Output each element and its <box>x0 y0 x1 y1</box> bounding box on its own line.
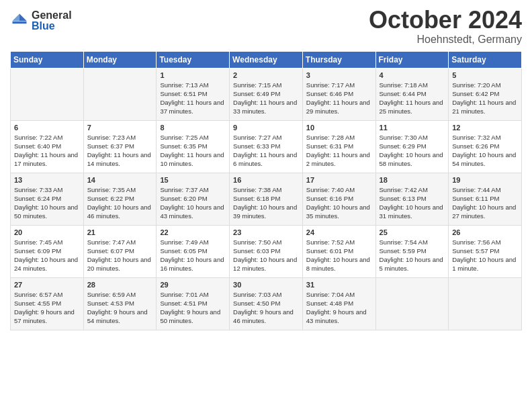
calendar-week-2: 6Sunrise: 7:22 AM Sunset: 6:40 PM Daylig… <box>11 120 522 173</box>
calendar-cell: 3Sunrise: 7:17 AM Sunset: 6:46 PM Daylig… <box>302 68 375 120</box>
day-number: 15 <box>160 176 226 184</box>
day-number: 28 <box>87 281 153 289</box>
svg-marker-1 <box>13 14 20 21</box>
day-number: 21 <box>87 228 153 236</box>
calendar-cell: 28Sunrise: 6:59 AM Sunset: 4:53 PM Dayli… <box>83 277 157 330</box>
calendar-cell: 26Sunrise: 7:56 AM Sunset: 5:57 PM Dayli… <box>449 225 522 277</box>
calendar-week-1: 1Sunrise: 7:13 AM Sunset: 6:51 PM Daylig… <box>11 68 522 120</box>
day-info: Sunrise: 7:03 AM Sunset: 4:50 PM Dayligh… <box>233 290 299 326</box>
calendar-cell: 29Sunrise: 7:01 AM Sunset: 4:51 PM Dayli… <box>157 277 230 330</box>
day-number: 3 <box>306 71 372 79</box>
day-info: Sunrise: 7:30 AM Sunset: 6:29 PM Dayligh… <box>380 133 445 169</box>
day-info: Sunrise: 7:04 AM Sunset: 4:48 PM Dayligh… <box>306 290 372 326</box>
day-info: Sunrise: 7:42 AM Sunset: 6:13 PM Dayligh… <box>380 185 445 221</box>
calendar-cell: 15Sunrise: 7:37 AM Sunset: 6:20 PM Dayli… <box>157 173 230 225</box>
calendar-cell: 5Sunrise: 7:20 AM Sunset: 6:42 PM Daylig… <box>449 68 522 120</box>
day-number: 11 <box>380 124 445 132</box>
day-info: Sunrise: 7:54 AM Sunset: 5:59 PM Dayligh… <box>380 238 445 273</box>
calendar-cell: 8Sunrise: 7:25 AM Sunset: 6:35 PM Daylig… <box>157 120 230 173</box>
day-info: Sunrise: 7:33 AM Sunset: 6:24 PM Dayligh… <box>14 185 80 221</box>
calendar-cell: 23Sunrise: 7:50 AM Sunset: 6:03 PM Dayli… <box>230 225 303 277</box>
day-info: Sunrise: 7:37 AM Sunset: 6:20 PM Dayligh… <box>160 185 226 221</box>
logo-general: General <box>32 10 72 21</box>
calendar-cell: 13Sunrise: 7:33 AM Sunset: 6:24 PM Dayli… <box>11 173 84 225</box>
calendar-cell: 22Sunrise: 7:49 AM Sunset: 6:05 PM Dayli… <box>157 225 230 277</box>
calendar-cell: 27Sunrise: 6:57 AM Sunset: 4:55 PM Dayli… <box>11 277 84 330</box>
day-info: Sunrise: 7:47 AM Sunset: 6:07 PM Dayligh… <box>87 238 153 273</box>
day-info: Sunrise: 7:01 AM Sunset: 4:51 PM Dayligh… <box>160 290 226 326</box>
calendar-cell: 2Sunrise: 7:15 AM Sunset: 6:49 PM Daylig… <box>230 68 303 120</box>
calendar-cell <box>83 68 157 120</box>
logo: General Blue <box>10 10 72 32</box>
header-monday: Monday <box>83 51 157 68</box>
calendar-body: 1Sunrise: 7:13 AM Sunset: 6:51 PM Daylig… <box>11 68 522 330</box>
day-number: 13 <box>14 176 80 184</box>
day-number: 20 <box>14 228 80 236</box>
header-tuesday: Tuesday <box>157 51 230 68</box>
header-thursday: Thursday <box>302 51 375 68</box>
day-info: Sunrise: 7:35 AM Sunset: 6:22 PM Dayligh… <box>87 185 153 221</box>
day-number: 27 <box>14 281 80 289</box>
header-friday: Friday <box>375 51 449 68</box>
day-number: 9 <box>233 124 299 132</box>
day-info: Sunrise: 7:45 AM Sunset: 6:09 PM Dayligh… <box>14 238 80 273</box>
day-number: 31 <box>306 281 372 289</box>
calendar-cell: 21Sunrise: 7:47 AM Sunset: 6:07 PM Dayli… <box>83 225 157 277</box>
day-number: 26 <box>452 228 518 236</box>
day-number: 30 <box>233 281 299 289</box>
calendar-cell: 12Sunrise: 7:32 AM Sunset: 6:26 PM Dayli… <box>449 120 522 173</box>
day-info: Sunrise: 7:38 AM Sunset: 6:18 PM Dayligh… <box>233 185 299 221</box>
location-subtitle: Hoehnstedt, Germany <box>369 34 522 46</box>
calendar-header: Sunday Monday Tuesday Wednesday Thursday… <box>11 51 522 68</box>
day-info: Sunrise: 7:27 AM Sunset: 6:33 PM Dayligh… <box>233 133 299 169</box>
day-number: 1 <box>160 71 226 79</box>
calendar-week-5: 27Sunrise: 6:57 AM Sunset: 4:55 PM Dayli… <box>11 277 522 330</box>
calendar-cell: 16Sunrise: 7:38 AM Sunset: 6:18 PM Dayli… <box>230 173 303 225</box>
day-number: 4 <box>380 71 445 79</box>
header-row: Sunday Monday Tuesday Wednesday Thursday… <box>11 51 522 68</box>
day-info: Sunrise: 7:15 AM Sunset: 6:49 PM Dayligh… <box>233 81 299 116</box>
calendar-cell: 17Sunrise: 7:40 AM Sunset: 6:16 PM Dayli… <box>302 173 375 225</box>
logo-icon <box>10 11 29 30</box>
day-info: Sunrise: 7:20 AM Sunset: 6:42 PM Dayligh… <box>452 81 518 116</box>
header-saturday: Saturday <box>449 51 522 68</box>
calendar-cell: 30Sunrise: 7:03 AM Sunset: 4:50 PM Dayli… <box>230 277 303 330</box>
day-info: Sunrise: 6:59 AM Sunset: 4:53 PM Dayligh… <box>87 290 153 326</box>
day-info: Sunrise: 6:57 AM Sunset: 4:55 PM Dayligh… <box>14 290 80 326</box>
day-info: Sunrise: 7:13 AM Sunset: 6:51 PM Dayligh… <box>160 81 226 116</box>
day-info: Sunrise: 7:40 AM Sunset: 6:16 PM Dayligh… <box>306 185 372 221</box>
calendar-cell: 14Sunrise: 7:35 AM Sunset: 6:22 PM Dayli… <box>83 173 157 225</box>
header: General Blue October 2024 Hoehnstedt, Ge… <box>10 7 522 46</box>
calendar-cell: 9Sunrise: 7:27 AM Sunset: 6:33 PM Daylig… <box>230 120 303 173</box>
day-info: Sunrise: 7:25 AM Sunset: 6:35 PM Dayligh… <box>160 133 226 169</box>
day-info: Sunrise: 7:18 AM Sunset: 6:44 PM Dayligh… <box>380 81 445 116</box>
day-number: 5 <box>452 71 518 79</box>
month-title: October 2024 <box>369 7 522 34</box>
header-sunday: Sunday <box>11 51 84 68</box>
day-info: Sunrise: 7:32 AM Sunset: 6:26 PM Dayligh… <box>452 133 518 169</box>
calendar-cell: 6Sunrise: 7:22 AM Sunset: 6:40 PM Daylig… <box>11 120 84 173</box>
calendar-cell <box>449 277 522 330</box>
calendar-cell <box>375 277 449 330</box>
day-number: 2 <box>233 71 299 79</box>
day-info: Sunrise: 7:49 AM Sunset: 6:05 PM Dayligh… <box>160 238 226 273</box>
logo-blue: Blue <box>32 21 72 32</box>
day-info: Sunrise: 7:52 AM Sunset: 6:01 PM Dayligh… <box>306 238 372 273</box>
calendar-week-4: 20Sunrise: 7:45 AM Sunset: 6:09 PM Dayli… <box>11 225 522 277</box>
day-number: 7 <box>87 124 153 132</box>
calendar-cell: 1Sunrise: 7:13 AM Sunset: 6:51 PM Daylig… <box>157 68 230 120</box>
day-info: Sunrise: 7:28 AM Sunset: 6:31 PM Dayligh… <box>306 133 372 169</box>
calendar-table: Sunday Monday Tuesday Wednesday Thursday… <box>10 51 522 330</box>
calendar-cell: 20Sunrise: 7:45 AM Sunset: 6:09 PM Dayli… <box>11 225 84 277</box>
svg-rect-2 <box>13 21 27 24</box>
day-info: Sunrise: 7:50 AM Sunset: 6:03 PM Dayligh… <box>233 238 299 273</box>
calendar-cell <box>11 68 84 120</box>
day-number: 16 <box>233 176 299 184</box>
calendar-cell: 7Sunrise: 7:23 AM Sunset: 6:37 PM Daylig… <box>83 120 157 173</box>
calendar-week-3: 13Sunrise: 7:33 AM Sunset: 6:24 PM Dayli… <box>11 173 522 225</box>
svg-marker-0 <box>19 14 27 21</box>
day-info: Sunrise: 7:17 AM Sunset: 6:46 PM Dayligh… <box>306 81 372 116</box>
day-info: Sunrise: 7:56 AM Sunset: 5:57 PM Dayligh… <box>452 238 518 273</box>
calendar-cell: 31Sunrise: 7:04 AM Sunset: 4:48 PM Dayli… <box>302 277 375 330</box>
header-wednesday: Wednesday <box>230 51 303 68</box>
